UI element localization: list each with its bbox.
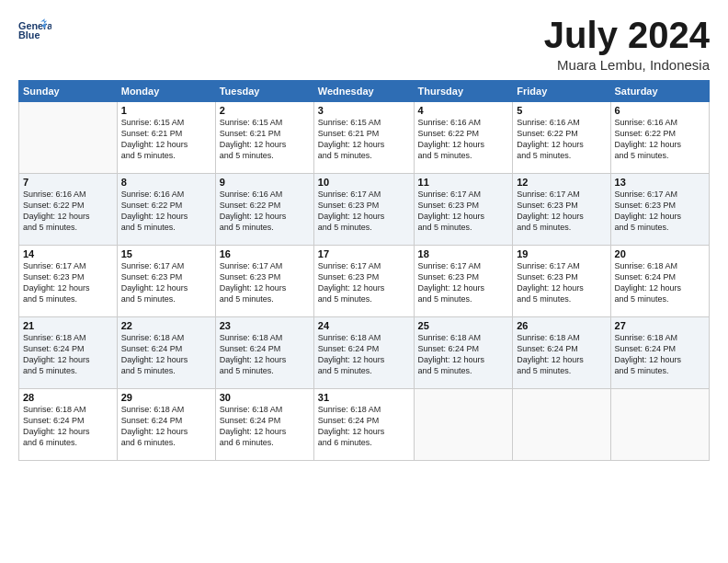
table-row: 13Sunrise: 6:17 AMSunset: 6:23 PMDayligh…	[610, 174, 709, 246]
svg-text:Blue: Blue	[18, 29, 40, 40]
table-row	[414, 389, 513, 461]
day-info: Sunrise: 6:17 AMSunset: 6:23 PMDaylight:…	[418, 189, 509, 234]
day-info: Sunrise: 6:18 AMSunset: 6:24 PMDaylight:…	[121, 332, 211, 377]
location: Muara Lembu, Indonesia	[544, 57, 710, 73]
header-sunday: Sunday	[19, 81, 118, 102]
table-row: 14Sunrise: 6:17 AMSunset: 6:23 PMDayligh…	[19, 246, 118, 317]
day-number: 8	[121, 177, 211, 188]
header-thursday: Thursday	[414, 81, 513, 102]
table-row: 28Sunrise: 6:18 AMSunset: 6:24 PMDayligh…	[19, 389, 118, 461]
day-number: 15	[121, 248, 211, 259]
day-number: 12	[517, 177, 606, 188]
table-row: 23Sunrise: 6:18 AMSunset: 6:24 PMDayligh…	[215, 317, 313, 389]
table-row: 25Sunrise: 6:18 AMSunset: 6:24 PMDayligh…	[414, 317, 513, 389]
day-info: Sunrise: 6:18 AMSunset: 6:24 PMDaylight:…	[615, 332, 705, 377]
day-info: Sunrise: 6:18 AMSunset: 6:24 PMDaylight:…	[121, 404, 211, 449]
day-number: 30	[220, 392, 310, 403]
table-row: 3Sunrise: 6:15 AMSunset: 6:21 PMDaylight…	[313, 102, 414, 174]
day-number: 26	[517, 320, 606, 331]
day-info: Sunrise: 6:18 AMSunset: 6:24 PMDaylight:…	[23, 404, 113, 449]
table-row: 18Sunrise: 6:17 AMSunset: 6:23 PMDayligh…	[414, 246, 513, 317]
calendar-page: General Blue July 2024 Muara Lembu, Indo…	[0, 0, 728, 563]
day-info: Sunrise: 6:18 AMSunset: 6:24 PMDaylight:…	[23, 332, 113, 377]
logo-icon: General Blue	[18, 15, 51, 48]
day-number: 1	[121, 105, 211, 116]
day-info: Sunrise: 6:17 AMSunset: 6:23 PMDaylight:…	[220, 260, 310, 305]
table-row: 26Sunrise: 6:18 AMSunset: 6:24 PMDayligh…	[513, 317, 610, 389]
day-number: 10	[318, 177, 410, 188]
day-info: Sunrise: 6:17 AMSunset: 6:23 PMDaylight:…	[615, 189, 705, 234]
day-info: Sunrise: 6:17 AMSunset: 6:23 PMDaylight:…	[121, 260, 211, 305]
table-row: 15Sunrise: 6:17 AMSunset: 6:23 PMDayligh…	[117, 246, 215, 317]
table-row: 29Sunrise: 6:18 AMSunset: 6:24 PMDayligh…	[117, 389, 215, 461]
calendar-week-row: 7Sunrise: 6:16 AMSunset: 6:22 PMDaylight…	[19, 174, 710, 246]
header-tuesday: Tuesday	[215, 81, 313, 102]
day-info: Sunrise: 6:18 AMSunset: 6:24 PMDaylight:…	[220, 404, 310, 449]
table-row	[610, 389, 709, 461]
day-number: 16	[220, 248, 310, 259]
table-row: 21Sunrise: 6:18 AMSunset: 6:24 PMDayligh…	[19, 317, 118, 389]
day-info: Sunrise: 6:16 AMSunset: 6:22 PMDaylight:…	[615, 117, 705, 162]
day-info: Sunrise: 6:17 AMSunset: 6:23 PMDaylight:…	[23, 260, 113, 305]
day-info: Sunrise: 6:18 AMSunset: 6:24 PMDaylight:…	[318, 332, 410, 377]
day-info: Sunrise: 6:17 AMSunset: 6:23 PMDaylight:…	[318, 260, 410, 305]
day-info: Sunrise: 6:18 AMSunset: 6:24 PMDaylight:…	[418, 332, 509, 377]
calendar-week-row: 1Sunrise: 6:15 AMSunset: 6:21 PMDaylight…	[19, 102, 710, 174]
day-number: 22	[121, 320, 211, 331]
days-header-row: Sunday Monday Tuesday Wednesday Thursday…	[19, 81, 710, 102]
table-row: 19Sunrise: 6:17 AMSunset: 6:23 PMDayligh…	[513, 246, 610, 317]
day-number: 23	[220, 320, 310, 331]
day-info: Sunrise: 6:15 AMSunset: 6:21 PMDaylight:…	[220, 117, 310, 162]
table-row: 7Sunrise: 6:16 AMSunset: 6:22 PMDaylight…	[19, 174, 118, 246]
title-section: July 2024 Muara Lembu, Indonesia	[544, 15, 710, 73]
table-row: 20Sunrise: 6:18 AMSunset: 6:24 PMDayligh…	[610, 246, 709, 317]
day-number: 17	[318, 248, 410, 259]
day-number: 4	[418, 105, 509, 116]
table-row: 16Sunrise: 6:17 AMSunset: 6:23 PMDayligh…	[215, 246, 313, 317]
day-number: 24	[318, 320, 410, 331]
day-info: Sunrise: 6:15 AMSunset: 6:21 PMDaylight:…	[318, 117, 410, 162]
day-number: 27	[615, 320, 705, 331]
calendar-week-row: 21Sunrise: 6:18 AMSunset: 6:24 PMDayligh…	[19, 317, 710, 389]
day-info: Sunrise: 6:15 AMSunset: 6:21 PMDaylight:…	[121, 117, 211, 162]
day-number: 19	[517, 248, 606, 259]
day-number: 25	[418, 320, 509, 331]
calendar-week-row: 28Sunrise: 6:18 AMSunset: 6:24 PMDayligh…	[19, 389, 710, 461]
day-info: Sunrise: 6:17 AMSunset: 6:23 PMDaylight:…	[318, 189, 410, 234]
table-row: 17Sunrise: 6:17 AMSunset: 6:23 PMDayligh…	[313, 246, 414, 317]
day-number: 6	[615, 105, 705, 116]
day-number: 31	[318, 392, 410, 403]
day-info: Sunrise: 6:18 AMSunset: 6:24 PMDaylight:…	[517, 332, 606, 377]
table-row: 1Sunrise: 6:15 AMSunset: 6:21 PMDaylight…	[117, 102, 215, 174]
table-row: 31Sunrise: 6:18 AMSunset: 6:24 PMDayligh…	[313, 389, 414, 461]
header-monday: Monday	[117, 81, 215, 102]
day-info: Sunrise: 6:18 AMSunset: 6:24 PMDaylight:…	[615, 260, 705, 305]
calendar-table: Sunday Monday Tuesday Wednesday Thursday…	[18, 80, 710, 461]
day-number: 14	[23, 248, 113, 259]
day-info: Sunrise: 6:17 AMSunset: 6:23 PMDaylight:…	[517, 260, 606, 305]
day-number: 2	[220, 105, 310, 116]
day-number: 11	[418, 177, 509, 188]
table-row: 6Sunrise: 6:16 AMSunset: 6:22 PMDaylight…	[610, 102, 709, 174]
page-header: General Blue July 2024 Muara Lembu, Indo…	[18, 15, 710, 73]
day-number: 9	[220, 177, 310, 188]
day-number: 21	[23, 320, 113, 331]
table-row: 27Sunrise: 6:18 AMSunset: 6:24 PMDayligh…	[610, 317, 709, 389]
table-row: 5Sunrise: 6:16 AMSunset: 6:22 PMDaylight…	[513, 102, 610, 174]
day-number: 28	[23, 392, 113, 403]
day-info: Sunrise: 6:16 AMSunset: 6:22 PMDaylight:…	[23, 189, 113, 234]
calendar-week-row: 14Sunrise: 6:17 AMSunset: 6:23 PMDayligh…	[19, 246, 710, 317]
month-title: July 2024	[544, 15, 710, 55]
table-row: 22Sunrise: 6:18 AMSunset: 6:24 PMDayligh…	[117, 317, 215, 389]
day-info: Sunrise: 6:16 AMSunset: 6:22 PMDaylight:…	[418, 117, 509, 162]
day-number: 20	[615, 248, 705, 259]
table-row: 4Sunrise: 6:16 AMSunset: 6:22 PMDaylight…	[414, 102, 513, 174]
day-number: 18	[418, 248, 509, 259]
day-number: 13	[615, 177, 705, 188]
day-number: 3	[318, 105, 410, 116]
header-friday: Friday	[513, 81, 610, 102]
day-info: Sunrise: 6:18 AMSunset: 6:24 PMDaylight:…	[318, 404, 410, 449]
header-saturday: Saturday	[610, 81, 709, 102]
day-number: 5	[517, 105, 606, 116]
table-row: 2Sunrise: 6:15 AMSunset: 6:21 PMDaylight…	[215, 102, 313, 174]
